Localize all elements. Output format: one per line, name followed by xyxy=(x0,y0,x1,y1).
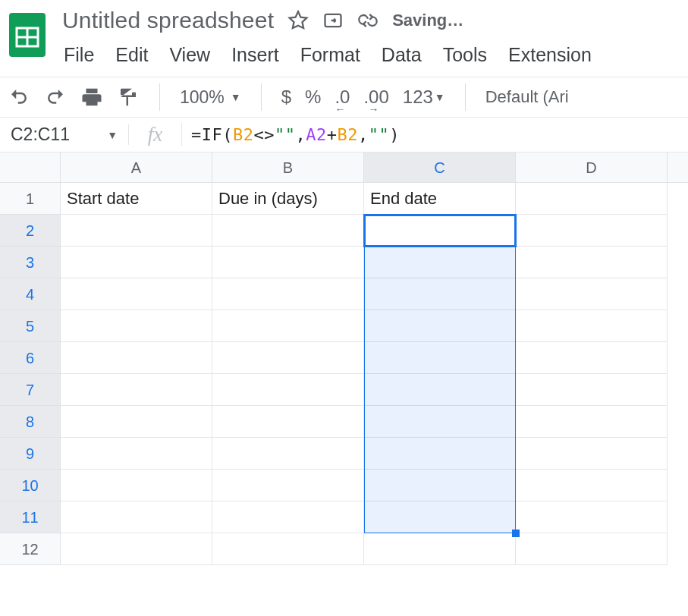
menu-file[interactable]: File xyxy=(64,44,94,66)
column-header-C[interactable]: C xyxy=(364,152,516,182)
save-status: Saving… xyxy=(392,11,463,30)
cell-A11[interactable] xyxy=(61,501,212,533)
menu-edit[interactable]: Edit xyxy=(115,44,148,66)
cell-D1[interactable] xyxy=(516,183,668,215)
row-header-2[interactable]: 2 xyxy=(0,215,60,247)
move-to-drive-icon[interactable] xyxy=(322,10,344,31)
column-header-D[interactable]: D xyxy=(516,152,668,182)
row-header-8[interactable]: 8 xyxy=(0,406,60,438)
cell-D5[interactable] xyxy=(516,310,668,342)
cell-D6[interactable] xyxy=(516,342,668,374)
cell-A3[interactable] xyxy=(61,247,212,278)
row-header-3[interactable]: 3 xyxy=(0,247,60,278)
cell-B1[interactable]: Due in (days) xyxy=(212,183,364,215)
cell-C2[interactable] xyxy=(364,215,516,247)
zoom-value: 100% xyxy=(180,87,225,108)
cell-A9[interactable] xyxy=(61,438,212,470)
increase-decimal-button[interactable]: .00 → xyxy=(363,86,388,108)
cell-B12[interactable] xyxy=(212,533,364,565)
cell-A7[interactable] xyxy=(61,374,212,406)
column-header-B[interactable]: B xyxy=(212,152,364,182)
cell-D9[interactable] xyxy=(516,438,668,470)
cell-B3[interactable] xyxy=(212,247,364,278)
fx-label: fx xyxy=(129,123,182,146)
select-all-corner[interactable] xyxy=(0,152,61,183)
cell-D10[interactable] xyxy=(516,470,668,501)
menu-insert[interactable]: Insert xyxy=(231,44,279,66)
cell-C12[interactable] xyxy=(364,533,516,565)
toolbar: 100% ▼ $ % .0 ← .00 → 123 ▼ Default (Ari xyxy=(0,77,688,118)
redo-icon[interactable] xyxy=(44,86,67,108)
cell-D8[interactable] xyxy=(516,406,668,438)
menu-extensions[interactable]: Extension xyxy=(508,44,592,66)
cell-A10[interactable] xyxy=(61,470,212,501)
cell-A5[interactable] xyxy=(61,310,212,342)
caret-down-icon: ▼ xyxy=(231,91,241,103)
row-header-10[interactable]: 10 xyxy=(0,470,60,501)
cell-C9[interactable] xyxy=(364,438,516,470)
formula-bar[interactable]: = IF ( B2 <> "" , A2 + B2 , "" ) xyxy=(182,125,400,144)
row-header-9[interactable]: 9 xyxy=(0,438,60,470)
cell-D7[interactable] xyxy=(516,374,668,406)
row-header-6[interactable]: 6 xyxy=(0,342,60,374)
cell-B8[interactable] xyxy=(212,406,364,438)
cell-B6[interactable] xyxy=(212,342,364,374)
row-header-5[interactable]: 5 xyxy=(0,310,60,342)
cell-C11[interactable] xyxy=(364,501,516,533)
cell-C10[interactable] xyxy=(364,470,516,501)
spreadsheet-grid[interactable]: ABCD 123456789101112 Start dateDue in (d… xyxy=(0,152,688,577)
undo-icon[interactable] xyxy=(8,86,30,108)
menu-tools[interactable]: Tools xyxy=(443,44,487,66)
cell-A12[interactable] xyxy=(61,533,212,565)
cell-C5[interactable] xyxy=(364,310,516,342)
row-header-4[interactable]: 4 xyxy=(0,278,60,310)
caret-down-icon: ▼ xyxy=(107,129,118,141)
name-box[interactable]: C2:C11 ▼ xyxy=(0,124,129,145)
more-formats-dropdown[interactable]: 123 ▼ xyxy=(403,86,445,108)
menubar: File Edit View Insert Format Data Tools … xyxy=(62,33,592,77)
sheets-logo[interactable] xyxy=(6,8,49,62)
menu-format[interactable]: Format xyxy=(300,44,360,66)
column-headers: ABCD xyxy=(61,152,688,183)
print-icon[interactable] xyxy=(80,86,103,108)
cell-B7[interactable] xyxy=(212,374,364,406)
menu-view[interactable]: View xyxy=(169,44,210,66)
cell-A1[interactable]: Start date xyxy=(61,183,212,215)
decrease-decimal-button[interactable]: .0 ← xyxy=(335,86,350,108)
cell-A2[interactable] xyxy=(61,215,212,247)
cell-C7[interactable] xyxy=(364,374,516,406)
cell-C8[interactable] xyxy=(364,406,516,438)
cell-C3[interactable] xyxy=(364,247,516,278)
cell-B4[interactable] xyxy=(212,278,364,310)
cell-B2[interactable] xyxy=(212,215,364,247)
cell-D3[interactable] xyxy=(516,247,668,278)
format-percent-button[interactable]: % xyxy=(305,86,321,108)
cloud-sync-icon xyxy=(357,10,379,31)
zoom-dropdown[interactable]: 100% ▼ xyxy=(180,87,241,108)
paint-format-icon[interactable] xyxy=(117,86,140,108)
cell-A8[interactable] xyxy=(61,406,212,438)
font-dropdown[interactable]: Default (Ari xyxy=(485,87,569,107)
menu-data[interactable]: Data xyxy=(382,44,422,66)
cell-C1[interactable]: End date xyxy=(364,183,516,215)
column-header-A[interactable]: A xyxy=(61,152,212,182)
document-title[interactable]: Untitled spreadsheet xyxy=(62,8,274,33)
cell-D4[interactable] xyxy=(516,278,668,310)
row-header-1[interactable]: 1 xyxy=(0,183,60,215)
cell-D11[interactable] xyxy=(516,501,668,533)
star-icon[interactable] xyxy=(287,10,309,31)
cell-B11[interactable] xyxy=(212,501,364,533)
row-header-12[interactable]: 12 xyxy=(0,533,60,565)
cell-B5[interactable] xyxy=(212,310,364,342)
cell-D2[interactable] xyxy=(516,215,668,247)
row-header-11[interactable]: 11 xyxy=(0,501,60,533)
cell-B10[interactable] xyxy=(212,470,364,501)
cell-C6[interactable] xyxy=(364,342,516,374)
row-header-7[interactable]: 7 xyxy=(0,374,60,406)
cell-A6[interactable] xyxy=(61,342,212,374)
cell-A4[interactable] xyxy=(61,278,212,310)
format-currency-button[interactable]: $ xyxy=(281,86,291,108)
cell-D12[interactable] xyxy=(516,533,668,565)
cell-B9[interactable] xyxy=(212,438,364,470)
cell-C4[interactable] xyxy=(364,278,516,310)
